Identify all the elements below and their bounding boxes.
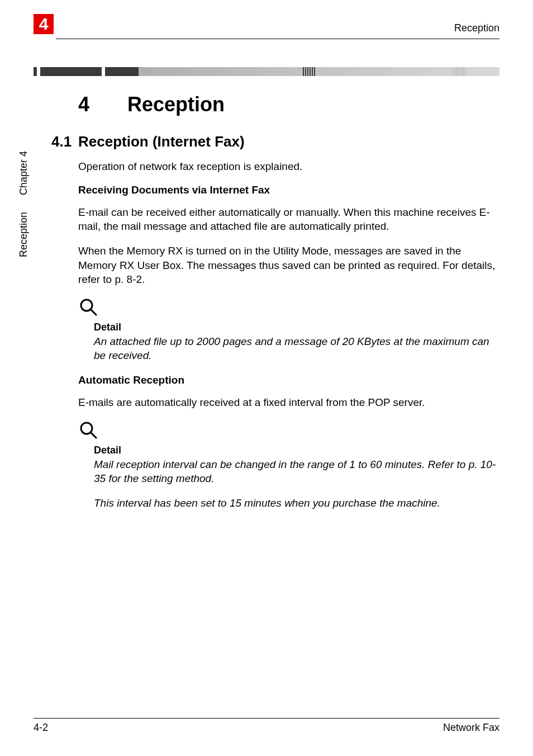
detail-note: Detail An attached file up to 2000 pages… — [78, 297, 499, 363]
page-content: 4Reception 4.1Reception (Internet Fax) O… — [0, 93, 533, 511]
detail-note: Detail Mail reception interval can be ch… — [78, 420, 499, 511]
subheading-receiving: Receiving Documents via Internet Fax — [78, 184, 499, 196]
section-intro: Operation of network fax reception is ex… — [78, 159, 499, 174]
section-title: 4.1Reception (Internet Fax) — [51, 133, 499, 150]
paragraph: E-mails are automatically received at a … — [78, 395, 499, 410]
magnifier-icon — [78, 420, 499, 442]
chapter-title: 4Reception — [78, 93, 499, 116]
side-tab: Chapter 4 Reception — [18, 151, 30, 257]
detail-text: An attached file up to 2000 pages and a … — [94, 334, 499, 363]
detail-label: Detail — [94, 445, 499, 456]
detail-text: This interval has been set to 15 minutes… — [94, 496, 499, 511]
page-footer: 4-2 Network Fax — [34, 718, 499, 734]
svg-line-1 — [91, 309, 96, 315]
paragraph: E-mail can be received either automatica… — [78, 205, 499, 234]
paragraph: When the Memory RX is turned on in the U… — [78, 244, 499, 287]
side-tab-section: Reception — [18, 212, 30, 257]
detail-text: Mail reception interval can be changed i… — [94, 457, 499, 486]
section-title-number: 4.1 — [51, 133, 78, 150]
page-header: 4 Reception — [0, 0, 533, 39]
document-title: Network Fax — [443, 722, 499, 734]
magnifier-icon — [78, 297, 499, 319]
section-title-text: Reception (Internet Fax) — [78, 133, 245, 150]
side-tab-chapter: Chapter 4 — [18, 151, 30, 195]
subheading-automatic: Automatic Reception — [78, 374, 499, 386]
detail-label: Detail — [94, 322, 499, 333]
chapter-title-text: Reception — [127, 93, 225, 116]
header-rule — [56, 39, 499, 39]
page-number: 4-2 — [34, 722, 48, 734]
footer-rule — [34, 718, 499, 719]
chapter-number-badge: 4 — [34, 14, 54, 34]
chapter-title-number: 4 — [78, 93, 127, 116]
header-section-label: Reception — [454, 22, 499, 34]
svg-line-3 — [91, 432, 96, 438]
decorative-divider — [34, 67, 499, 76]
